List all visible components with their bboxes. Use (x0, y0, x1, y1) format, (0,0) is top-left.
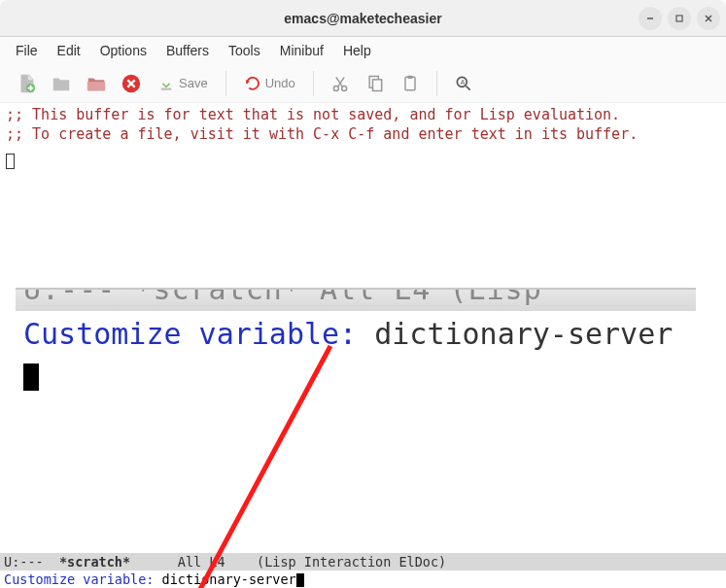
text-cursor (6, 154, 15, 169)
save-button[interactable]: Save (150, 67, 216, 100)
editor-area[interactable]: ;; This buffer is for text that is not s… (0, 103, 726, 553)
menu-buffers[interactable]: Buffers (156, 39, 219, 62)
titlebar: emacs@maketecheasier (0, 0, 726, 37)
svg-rect-5 (87, 82, 105, 90)
zoomed-screenshot-overlay: U.--- *scratch* All L4 (Lisp Customize v… (16, 288, 696, 403)
zoomed-input: dictionary-server (374, 317, 673, 351)
open-recent-button[interactable] (80, 67, 113, 100)
minibuffer[interactable]: Customize variable: dictionary-server (0, 571, 726, 588)
buffer-line: ;; This buffer is for text that is not s… (6, 105, 720, 124)
buffer-line: ;; To create a file, visit it with C-x C… (6, 124, 720, 144)
svg-rect-7 (161, 87, 172, 89)
open-folder-button[interactable] (45, 67, 78, 100)
minibuffer-prompt: Customize variable: (4, 571, 162, 587)
menu-edit[interactable]: Edit (48, 39, 90, 62)
paste-button[interactable] (394, 67, 427, 100)
svg-rect-1 (676, 16, 682, 21)
menu-options[interactable]: Options (90, 39, 156, 62)
maximize-button[interactable] (668, 7, 691, 30)
svg-rect-12 (405, 77, 415, 89)
toolbar: Save Undo A (0, 64, 726, 103)
minibuffer-input: dictionary-server (162, 571, 296, 587)
toolbar-separator (225, 71, 226, 96)
minibuffer-cursor (296, 573, 304, 587)
svg-rect-13 (407, 75, 412, 78)
copy-button[interactable] (359, 67, 392, 100)
zoomed-cursor (23, 363, 39, 391)
search-button[interactable]: A (447, 67, 480, 100)
menu-file[interactable]: File (6, 39, 48, 62)
minimize-button[interactable] (639, 7, 662, 30)
menubar: File Edit Options Buffers Tools Minibuf … (0, 37, 726, 64)
svg-text:A: A (460, 78, 465, 85)
zoomed-prompt: Customize variable: (23, 317, 374, 351)
undo-label: Undo (265, 76, 295, 90)
zoomed-minibuffer: Customize variable: dictionary-server (16, 311, 696, 403)
save-label: Save (179, 76, 208, 90)
zoomed-modeline: U.--- *scratch* All L4 (Lisp (16, 290, 696, 311)
window-controls (639, 7, 720, 30)
menu-minibuf[interactable]: Minibuf (270, 39, 333, 62)
toolbar-separator (436, 71, 437, 96)
undo-button[interactable]: Undo (236, 67, 303, 100)
buffer-name: *scratch* (52, 554, 138, 570)
window-title: emacs@maketecheasier (284, 11, 441, 26)
menu-tools[interactable]: Tools (219, 39, 270, 62)
close-button[interactable] (697, 7, 720, 30)
modeline[interactable]: U:--- *scratch* All L4 (Lisp Interaction… (0, 553, 726, 571)
new-file-button[interactable] (10, 67, 43, 100)
cut-button[interactable] (324, 67, 357, 100)
menu-help[interactable]: Help (333, 39, 381, 62)
close-file-button[interactable] (115, 67, 148, 100)
svg-rect-11 (372, 79, 381, 90)
toolbar-separator (313, 71, 314, 96)
